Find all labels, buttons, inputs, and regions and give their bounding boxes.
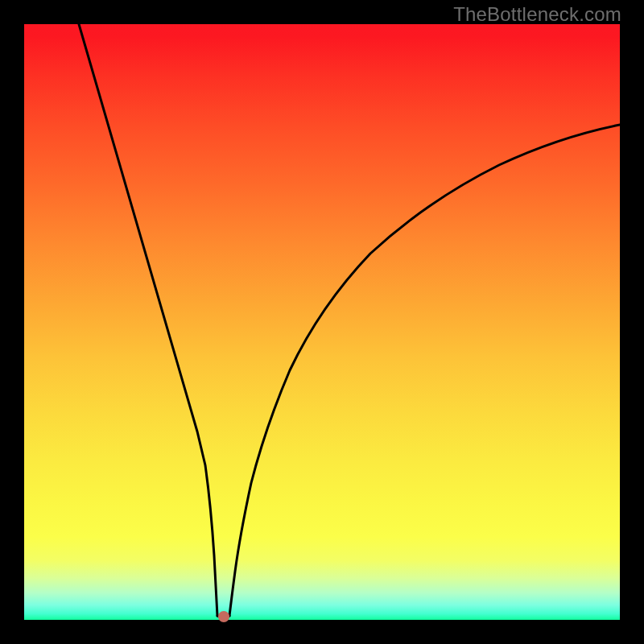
minimum-marker (218, 611, 229, 622)
curve-left-branch (79, 24, 217, 616)
watermark-text: TheBottleneck.com (453, 3, 621, 26)
curve-right-branch (229, 125, 620, 616)
plot-area (24, 24, 620, 620)
bottleneck-curve (24, 24, 620, 620)
chart-frame: TheBottleneck.com (0, 0, 644, 644)
